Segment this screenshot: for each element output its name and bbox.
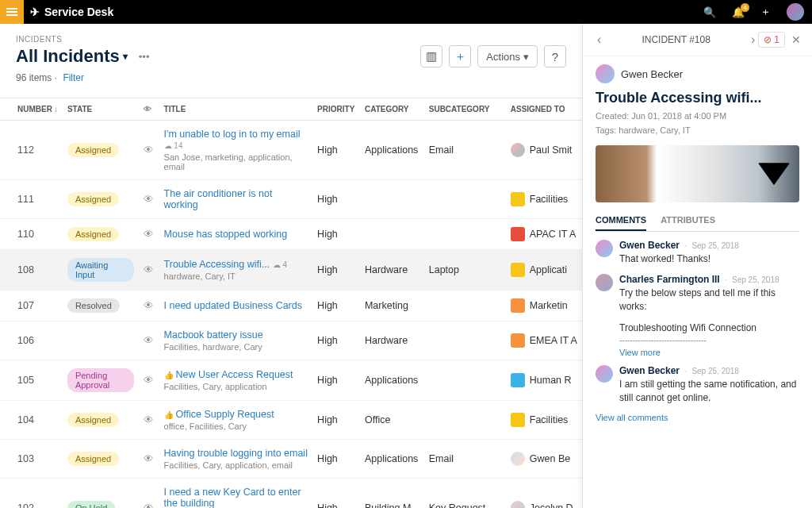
cell-number: 106	[0, 321, 63, 360]
incident-link[interactable]: Mouse has stopped working	[164, 229, 288, 240]
columns-button[interactable]: ▥	[420, 45, 442, 67]
incident-link[interactable]: I need a new Key Card to enter the build…	[164, 487, 301, 508]
priority-badge[interactable]: ⊘1	[758, 32, 785, 48]
col-assigned[interactable]: ASSIGNED TO	[506, 98, 582, 121]
cell-visibility[interactable]: 👁	[139, 479, 159, 509]
assignee-avatar	[511, 452, 525, 466]
row-meta: Facilities, Cary, application	[164, 382, 308, 391]
plus-icon[interactable]: ＋	[760, 5, 771, 19]
cell-priority: High	[312, 250, 360, 291]
close-panel-button[interactable]: ✕	[791, 33, 801, 46]
cell-visibility[interactable]: 👁	[139, 360, 159, 401]
prev-incident-button[interactable]: ‹	[597, 33, 601, 47]
row-meta: Facilities, Cary, application, email	[164, 460, 308, 470]
view-more-link[interactable]: View more	[619, 348, 799, 357]
cell-visibility[interactable]: 👁	[139, 401, 159, 440]
cell-priority: High	[312, 291, 360, 321]
incident-link[interactable]: Trouble Accessing wifi...	[164, 259, 270, 270]
actions-dropdown[interactable]: Actions ▾	[477, 45, 538, 67]
page-title-dropdown[interactable]: All Incidents ▾	[16, 46, 128, 67]
table-row[interactable]: 104Assigned👁👍Office Supply Request offic…	[0, 401, 582, 440]
thumbs-up-icon: 👍	[164, 410, 174, 419]
cell-assignee: APAC IT A	[506, 219, 582, 250]
incident-link[interactable]: Office Supply Request	[176, 409, 274, 420]
tab-comments[interactable]: COMMENTS	[596, 210, 646, 231]
incident-link[interactable]: Macbook battery issue	[164, 329, 263, 341]
table-row[interactable]: 112Assigned👁I'm unable to log in to my e…	[0, 121, 582, 180]
col-title[interactable]: TITLE	[159, 98, 313, 121]
cell-number: 103	[0, 440, 63, 479]
cell-visibility[interactable]: 👁	[139, 180, 159, 219]
assignee-name: Applicati	[530, 264, 567, 275]
incident-link[interactable]: New User Access Request	[176, 369, 293, 380]
status-badge: Assigned	[67, 227, 119, 241]
user-avatar[interactable]	[787, 3, 804, 21]
cell-assignee: Jocelyn D	[506, 479, 582, 509]
comment-text: Try the below steps and tell me if this …	[619, 287, 799, 314]
cell-subcategory: Email	[424, 121, 506, 180]
col-subcategory[interactable]: SUBCATEGORY	[424, 98, 506, 121]
cell-state: Pending Approval	[63, 360, 139, 401]
comment: Gwen Becker · Sep 25, 2018That worked! T…	[596, 240, 799, 266]
row-meta: hardware, Cary, IT	[164, 271, 308, 281]
table-row[interactable]: 103Assigned👁Having trouble logging into …	[0, 440, 582, 479]
cell-priority: High	[312, 401, 360, 440]
cell-priority: High	[312, 321, 360, 360]
incident-title: Trouble Accessing wifi...	[596, 90, 799, 106]
cell-state: Assigned	[63, 121, 139, 180]
cell-category	[360, 219, 424, 250]
cell-subcategory	[424, 291, 506, 321]
col-state[interactable]: STATE	[63, 98, 139, 121]
table-row[interactable]: 108Awaiting Input👁Trouble Accessing wifi…	[0, 250, 582, 291]
table-row[interactable]: 111Assigned👁The air conditioner is not w…	[0, 180, 582, 219]
cell-priority: High	[312, 121, 360, 180]
cell-title: Trouble Accessing wifi... ☁ 4hardware, C…	[159, 250, 313, 291]
incident-link[interactable]: Having trouble logging into email	[164, 448, 308, 459]
cell-category: Hardware	[360, 250, 424, 291]
cell-visibility[interactable]: 👁	[139, 291, 159, 321]
table-row[interactable]: 102On Hold👁I need a new Key Card to ente…	[0, 479, 582, 509]
visibility-icon: 👁	[144, 105, 151, 114]
thumbs-up-icon: 👍	[164, 371, 174, 379]
incident-link[interactable]: I'm unable to log in to my email	[164, 129, 301, 140]
assignee-name: Jocelyn D	[530, 502, 573, 508]
cell-category: Applications	[360, 121, 424, 180]
status-badge: Assigned	[67, 413, 119, 427]
cell-subcategory: Email	[424, 440, 506, 479]
cell-visibility[interactable]: 👁	[139, 121, 159, 180]
add-button[interactable]: ＋	[449, 45, 471, 67]
help-button[interactable]: ?	[544, 45, 566, 67]
col-number[interactable]: NUMBER↓	[0, 98, 63, 121]
cell-assignee: Human R	[506, 360, 582, 401]
tab-attributes[interactable]: ATTRIBUTES	[661, 210, 715, 231]
incident-link[interactable]: I need updated Business Cards	[164, 300, 302, 311]
table-row[interactable]: 106👁Macbook battery issue Facilities, ha…	[0, 321, 582, 360]
cell-subcategory	[424, 180, 506, 219]
cell-visibility[interactable]: 👁	[139, 219, 159, 250]
view-all-comments-link[interactable]: View all comments	[596, 413, 799, 422]
table-row[interactable]: 110Assigned👁Mouse has stopped working Hi…	[0, 219, 582, 250]
cell-visibility[interactable]: 👁	[139, 321, 159, 360]
table-row[interactable]: 107Resolved👁I need updated Business Card…	[0, 291, 582, 321]
col-priority[interactable]: PRIORITY	[312, 98, 360, 121]
search-icon[interactable]: 🔍	[703, 6, 716, 18]
table-row[interactable]: 105Pending Approval👁👍New User Access Req…	[0, 360, 582, 401]
row-meta: office, Facilities, Cary	[164, 421, 308, 431]
cell-title: The air conditioner is not working	[159, 180, 313, 219]
cell-title: I need updated Business Cards	[159, 291, 313, 321]
cell-number: 102	[0, 479, 63, 509]
cell-assignee: Marketin	[506, 291, 582, 321]
more-menu[interactable]: •••	[139, 51, 150, 63]
col-category[interactable]: CATEGORY	[360, 98, 424, 121]
cell-visibility[interactable]: 👁	[139, 440, 159, 479]
filter-link[interactable]: Filter	[63, 72, 84, 83]
assignee-avatar	[511, 143, 525, 157]
cell-state	[63, 321, 139, 360]
hamburger-menu[interactable]	[0, 0, 24, 24]
incident-link[interactable]: The air conditioner is not working	[164, 188, 273, 210]
bell-icon[interactable]: 🔔4	[732, 6, 745, 18]
cell-visibility[interactable]: 👁	[139, 250, 159, 291]
next-incident-button[interactable]: ›	[751, 33, 755, 47]
cell-assignee: Facilities	[506, 401, 582, 440]
bell-badge: 4	[741, 3, 749, 12]
